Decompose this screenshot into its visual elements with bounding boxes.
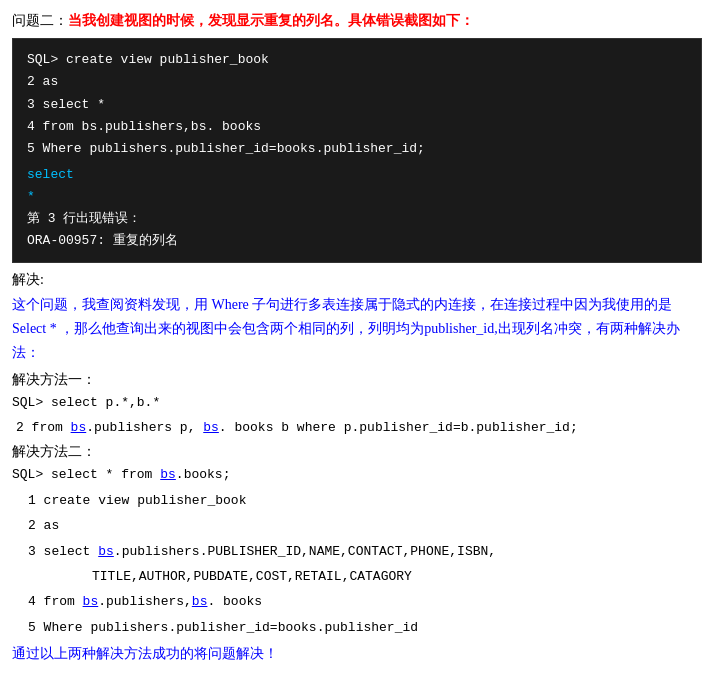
- solution-description: 这个问题，我查阅资料发现，用 Where 子句进行多表连接属于隐式的内连接，在连…: [12, 293, 702, 364]
- problem-text: 当我创建视图的时候，发现显示重复的列名。具体错误截图如下：: [68, 13, 474, 28]
- error-prompt-line: select: [27, 164, 687, 186]
- problem-title: 问题二：当我创建视图的时候，发现显示重复的列名。具体错误截图如下：: [12, 10, 702, 32]
- solution-label: 解决:: [12, 271, 702, 289]
- code-line-5: 5 Where publishers.publisher_id=books.pu…: [27, 138, 687, 160]
- method1-label: 解决方法一：: [12, 371, 702, 389]
- method2-line3b: TITLE,AUTHOR,PUBDATE,COST,RETAIL,CATAGOR…: [12, 565, 702, 588]
- method2-line4: 4 from bs.publishers,bs. books: [12, 590, 702, 613]
- error-line-label: 第 3 行出现错误：: [27, 208, 687, 230]
- method2-sql-prompt: SQL> select * from bs.books;: [12, 463, 702, 486]
- method1-sql-line2: 2 from bs.publishers p, bs. books b wher…: [12, 416, 702, 439]
- code-block: SQL> create view publisher_book 2 as 3 s…: [12, 38, 702, 263]
- error-code: ORA-00957: 重复的列名: [27, 230, 687, 252]
- method2-line1: 1 create view publisher_book: [12, 489, 702, 512]
- error-star-line: *: [27, 186, 687, 208]
- method2-line3a: 3 select bs.publishers.PUBLISHER_ID,NAME…: [12, 540, 702, 563]
- problem-prefix: 问题二：: [12, 13, 68, 28]
- method2-line5: 5 Where publishers.publisher_id=books.pu…: [12, 616, 702, 639]
- code-line-1: SQL> create view publisher_book: [27, 49, 687, 71]
- solution-section: 解决: 这个问题，我查阅资料发现，用 Where 子句进行多表连接属于隐式的内连…: [12, 271, 702, 663]
- code-line-2: 2 as: [27, 71, 687, 93]
- error-section: select * 第 3 行出现错误： ORA-00957: 重复的列名: [27, 164, 687, 252]
- method2-line2: 2 as: [12, 514, 702, 537]
- code-line-4: 4 from bs.publishers,bs. books: [27, 116, 687, 138]
- method2-label: 解决方法二：: [12, 443, 702, 461]
- conclusion: 通过以上两种解决方法成功的将问题解决！: [12, 645, 702, 663]
- method1-sql-line1: SQL> select p.*,b.*: [12, 391, 702, 414]
- code-line-3: 3 select *: [27, 94, 687, 116]
